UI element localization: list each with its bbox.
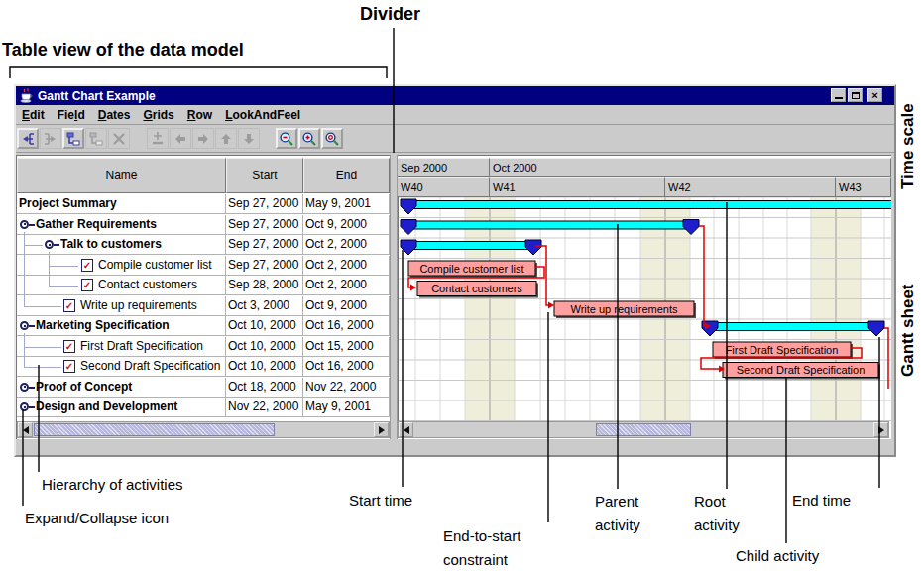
menu-dates[interactable]: Dates (98, 108, 131, 122)
scroll-right-button[interactable] (873, 422, 888, 437)
column-header-end[interactable]: End (303, 158, 390, 193)
insert-activity-button[interactable] (147, 128, 169, 149)
task-checkbox-icon[interactable]: ✓ (63, 299, 75, 312)
split-pane-divider[interactable] (390, 155, 398, 439)
activity-name: First Draft Specification (80, 337, 203, 356)
cell-end: May 9, 2001 (303, 398, 390, 417)
gantt-bar[interactable] (710, 323, 876, 331)
annotation-time-scale: Time scale (898, 103, 918, 189)
table-row[interactable]: ✓Second Draft SpecificationOct 10, 2000O… (17, 357, 390, 378)
start-time-marker[interactable] (401, 199, 416, 214)
cell-end: Oct 9, 2000 (303, 296, 390, 316)
gantt-bar[interactable] (408, 201, 891, 209)
table-row[interactable]: Talk to customersSep 27, 2000Oct 2, 2000 (17, 235, 390, 256)
move-up-button[interactable] (215, 128, 237, 149)
close-button[interactable]: × (867, 88, 882, 102)
activity-name: Talk to customers (60, 235, 162, 254)
outdent-activity-button[interactable] (17, 128, 39, 149)
start-time-marker[interactable] (401, 220, 416, 235)
tree-connector-line (24, 245, 43, 246)
start-time-marker[interactable] (401, 240, 416, 255)
constraint-line[interactable] (884, 328, 888, 389)
collapse-icon[interactable] (20, 220, 29, 229)
cell-end: May 9, 2001 (303, 194, 390, 214)
right-arrow-icon (878, 426, 884, 434)
end-time-marker[interactable] (868, 321, 884, 336)
annotation-start-time: Start time (349, 489, 412, 513)
unlink-activities-button[interactable] (85, 128, 107, 149)
move-right-icon (195, 131, 211, 147)
tree-connector-line (24, 367, 61, 368)
table-h-scrollbar[interactable] (17, 421, 390, 438)
annotation-table-view: Table view of the data model (2, 40, 244, 60)
collapse-icon[interactable] (20, 321, 29, 330)
maximize-icon (852, 92, 860, 99)
scroll-right-button[interactable] (374, 422, 389, 437)
table-row[interactable]: Project SummarySep 27, 2000May 9, 2001 (17, 194, 390, 215)
close-icon: × (871, 89, 877, 101)
menu-grids[interactable]: Grids (143, 108, 173, 122)
gantt-bar[interactable] (408, 242, 533, 250)
move-right-button[interactable] (192, 128, 214, 149)
tree-handle-dash (29, 224, 35, 226)
tree-connector-line (24, 306, 61, 307)
activity-name: Marketing Specification (36, 316, 170, 335)
cell-start: Oct 10, 2000 (226, 357, 303, 377)
zoom-out-button[interactable] (276, 128, 297, 149)
activity-name: Contact customers (98, 276, 197, 294)
scrollbar-thumb[interactable] (34, 423, 275, 436)
minimize-button[interactable] (831, 88, 846, 102)
task-checkbox-icon[interactable]: ✓ (63, 360, 75, 373)
column-header-start[interactable]: Start (226, 158, 303, 193)
activity-label-text: Compile customer list (419, 263, 523, 275)
end-time-marker[interactable] (525, 240, 541, 255)
cell-end: Oct 9, 2000 (303, 215, 390, 235)
table-row[interactable]: Gather RequirementsSep 27, 2000Oct 9, 20… (17, 215, 390, 236)
gantt-h-scrollbar[interactable] (398, 421, 889, 438)
move-down-button[interactable] (238, 128, 260, 149)
cell-end: Oct 15, 2000 (303, 337, 390, 357)
task-checkbox-icon[interactable]: ✓ (63, 340, 75, 353)
toolbar (16, 125, 894, 153)
app-window: Gantt Chart Example × EditFieldDatesGrid… (14, 84, 896, 457)
constraint-line[interactable] (699, 226, 705, 326)
expand-icon[interactable] (20, 402, 29, 411)
annotation-hierarchy: Hierarchy of activities (42, 473, 183, 497)
menu-lookandfeel[interactable]: LookAndFeel (225, 108, 300, 122)
zoom-in-button[interactable] (298, 128, 320, 149)
column-header-name[interactable]: Name (17, 158, 226, 193)
zoom-reset-button[interactable] (321, 128, 343, 149)
table-view-bracket (10, 67, 387, 78)
title-bar[interactable]: Gantt Chart Example × (16, 86, 894, 105)
scrollbar-thumb[interactable] (596, 423, 691, 436)
table-row[interactable]: ✓First Draft SpecificationOct 10, 2000Oc… (17, 337, 390, 358)
cell-name: Project Summary (17, 194, 226, 214)
menu-edit[interactable]: Edit (22, 108, 45, 122)
menu-bar: EditFieldDatesGridsRowLookAndFeel (16, 105, 894, 125)
menu-row[interactable]: Row (187, 108, 212, 122)
menu-field[interactable]: Field (58, 108, 85, 122)
task-checkbox-icon[interactable]: ✓ (81, 279, 93, 291)
table-view-panel: NameStartEnd Project SummarySep 27, 2000… (16, 155, 390, 439)
cell-name: Marketing Specification (17, 316, 226, 336)
tree-handle-dash (29, 387, 35, 389)
expand-icon[interactable] (20, 383, 29, 392)
scroll-left-button[interactable] (18, 422, 33, 437)
collapse-icon[interactable] (45, 240, 54, 249)
activity-name: Project Summary (19, 194, 117, 213)
gantt-bar[interactable] (408, 221, 691, 229)
task-checkbox-icon[interactable]: ✓ (81, 259, 93, 272)
table-row[interactable]: Marketing SpecificationOct 10, 2000Oct 1… (17, 316, 390, 337)
table-row[interactable]: Design and DevelopmentNov 22, 2000May 9,… (17, 398, 390, 418)
table-row[interactable]: Proof of ConceptOct 18, 2000Nov 22, 2000 (17, 378, 390, 399)
delete-activity-button[interactable] (108, 128, 130, 149)
cell-name: Proof of Concept (17, 378, 226, 398)
maximize-button[interactable] (848, 88, 863, 102)
move-left-button[interactable] (170, 128, 191, 149)
scroll-left-button[interactable] (399, 422, 413, 437)
table-row[interactable]: ✓Write up requirementsOct 3, 2000Oct 9, … (17, 296, 390, 317)
indent-activity-button[interactable] (40, 128, 61, 149)
annotation-divider: Divider (360, 4, 420, 25)
link-activities-icon (65, 131, 81, 147)
link-activities-button[interactable] (62, 128, 84, 149)
